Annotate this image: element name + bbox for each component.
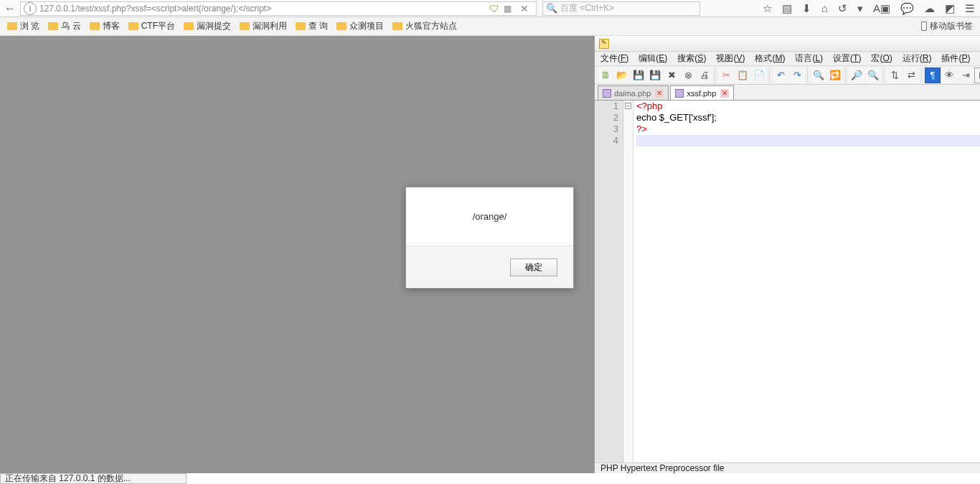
wordwrap-icon[interactable]: ¶	[925, 68, 941, 83]
bookmark-ctf[interactable]: CTF平台	[128, 20, 175, 32]
menu-icon[interactable]: ☰	[965, 2, 974, 15]
toolbar-right: ☆ ▤ ⬇ ⌂ ↺ ▾ A▣ 💬 ☁ ◩ ☰	[757, 2, 980, 15]
folder-icon	[128, 22, 138, 30]
file-tab-xssf[interactable]: xssf.php ✕	[670, 85, 734, 100]
copy-icon[interactable]: 📋	[735, 68, 750, 83]
page-content: /orange/ 确定	[0, 36, 594, 473]
fold-toggle-icon[interactable]: −	[625, 103, 631, 109]
folder-icon	[240, 22, 250, 30]
address-bar[interactable]: i 127.0.0.1/test/xssf.php?xssf=<script>a…	[20, 1, 537, 16]
save-all-icon[interactable]: 💾	[647, 68, 663, 83]
close-icon[interactable]: ✕	[720, 89, 729, 98]
info-icon[interactable]: i	[24, 2, 37, 15]
zoom-in-icon[interactable]: 🔎	[849, 68, 864, 83]
editor-titlebar: D:\wamp\www\t	[595, 36, 980, 52]
library-icon[interactable]: ▤	[782, 2, 792, 15]
editor-statusbar: PHP Hypertext Preprocessor file length :…	[595, 462, 980, 473]
bookmark-submit[interactable]: 漏洞提交	[184, 20, 231, 32]
statusbar-spacer	[187, 473, 980, 484]
zoom-out-icon[interactable]: 🔍	[865, 68, 881, 83]
chat-icon[interactable]: 💬	[900, 2, 914, 15]
bookmark-blog[interactable]: 博客	[90, 20, 120, 32]
app-icon	[599, 39, 609, 49]
find-icon[interactable]: 🔍	[811, 68, 826, 83]
dropdown-icon[interactable]: ▾	[857, 2, 863, 15]
show-all-icon[interactable]: 👁	[941, 68, 957, 83]
bookmark-crowd[interactable]: 众测项目	[336, 20, 384, 32]
download-icon[interactable]: ⬇	[802, 2, 811, 15]
alert-message: /orange/	[406, 187, 573, 246]
editor-menubar: 文件(F) 编辑(E) 搜索(S) 视图(V) 格式(M) 语言(L) 设置(T…	[595, 52, 980, 66]
userdef-icon[interactable]: ⊞	[974, 68, 980, 83]
crop-icon[interactable]: ◩	[945, 2, 955, 15]
folder-icon	[7, 22, 17, 30]
a-icon[interactable]: A▣	[873, 2, 890, 15]
menu-plugins[interactable]: 插件(P)	[941, 52, 970, 65]
menu-macro[interactable]: 宏(O)	[871, 52, 892, 65]
alert-ok-button[interactable]: 确定	[510, 259, 557, 276]
close-all-icon[interactable]: ⊗	[680, 68, 696, 83]
separator	[921, 68, 923, 83]
separator	[715, 68, 716, 83]
browser-navbar: ← i 127.0.0.1/test/xssf.php?xssf=<script…	[0, 0, 980, 17]
bookmark-exploit[interactable]: 漏洞利用	[240, 20, 287, 32]
new-file-icon[interactable]: 🗎	[598, 68, 613, 83]
menu-edit[interactable]: 编辑(E)	[639, 52, 667, 65]
search-box[interactable]: 🔍 百度 <Ctrl+K>	[542, 1, 700, 16]
editor-toolbar: 🗎 📂 💾 💾 ✖ ⊗ 🖨 ✂ 📋 📄 ↶ ↷ 🔍 🔁 🔎 🔍 ⇅ ⇄ ¶	[595, 66, 980, 85]
bookmark-firefox[interactable]: 火狐官方站点	[392, 20, 457, 32]
status-filetype: PHP Hypertext Preprocessor file	[600, 463, 980, 473]
replace-icon[interactable]: 🔁	[827, 68, 843, 83]
fold-column: −	[623, 101, 633, 462]
search-icon: 🔍	[546, 3, 557, 14]
folder-icon	[296, 22, 306, 30]
separator	[769, 68, 771, 83]
folder-icon	[392, 22, 402, 30]
back-button[interactable]: ←	[0, 2, 20, 15]
indent-icon[interactable]: ⇥	[958, 68, 974, 83]
file-tab-daima[interactable]: daima.php ✕	[598, 85, 669, 100]
menu-lang[interactable]: 语言(L)	[795, 52, 823, 65]
separator	[807, 68, 809, 83]
print-icon[interactable]: 🖨	[697, 68, 712, 83]
menu-file[interactable]: 文件(F)	[600, 52, 628, 65]
line-numbers: 1234	[595, 101, 623, 462]
alert-footer: 确定	[406, 246, 573, 288]
cloud-icon[interactable]: ☁	[924, 2, 935, 15]
bookmark-star-icon[interactable]: ☆	[763, 2, 772, 15]
undo-icon[interactable]: ↺	[838, 2, 847, 15]
undo-icon[interactable]: ↶	[773, 68, 788, 83]
close-icon[interactable]: ✕	[655, 89, 664, 98]
redo-icon[interactable]: ↷	[789, 68, 805, 83]
editor-pane: D:\wamp\www\t 文件(F) 编辑(E) 搜索(S) 视图(V) 格式…	[594, 36, 980, 473]
save-icon[interactable]: 💾	[631, 68, 646, 83]
folder-icon	[48, 22, 58, 30]
menu-format[interactable]: 格式(M)	[755, 52, 785, 65]
open-icon[interactable]: 📂	[614, 68, 630, 83]
file-icon	[675, 89, 684, 98]
sync-h-icon[interactable]: ⇄	[903, 68, 919, 83]
url-text: 127.0.0.1/test/xssf.php?xssf=<script>ale…	[39, 4, 489, 14]
cut-icon[interactable]: ✂	[718, 68, 734, 83]
phone-icon	[921, 22, 927, 31]
mobile-bookmarks[interactable]: 移动版书签	[921, 20, 973, 32]
code-lines[interactable]: <?php echo $_GET['xssf']; ?>	[633, 101, 980, 462]
menu-search[interactable]: 搜索(S)	[677, 52, 706, 65]
browser-statusbar-row: 正在传输来自 127.0.0.1 的数据...	[0, 473, 980, 484]
qr-icon[interactable]: ▦	[504, 4, 512, 14]
menu-run[interactable]: 运行(R)	[903, 52, 932, 65]
paste-icon[interactable]: 📄	[751, 68, 767, 83]
bookmark-query[interactable]: 查 询	[296, 20, 328, 32]
close-file-icon[interactable]: ✖	[664, 68, 679, 83]
bookmark-wuyun[interactable]: 乌 云	[48, 20, 80, 32]
home-icon[interactable]: ⌂	[821, 2, 828, 14]
separator	[845, 68, 847, 83]
menu-settings[interactable]: 设置(T)	[833, 52, 861, 65]
stop-icon[interactable]: ✕	[516, 3, 533, 14]
menu-view[interactable]: 视图(V)	[716, 52, 745, 65]
editor-tabs: daima.php ✕ xssf.php ✕	[595, 85, 980, 101]
sync-v-icon[interactable]: ⇅	[887, 68, 903, 83]
code-area[interactable]: 1234 − <?php echo $_GET['xssf']; ?>	[595, 101, 980, 462]
bookmark-browse[interactable]: 浏 览	[7, 20, 39, 32]
shield-icon[interactable]: 🛡	[489, 3, 499, 14]
